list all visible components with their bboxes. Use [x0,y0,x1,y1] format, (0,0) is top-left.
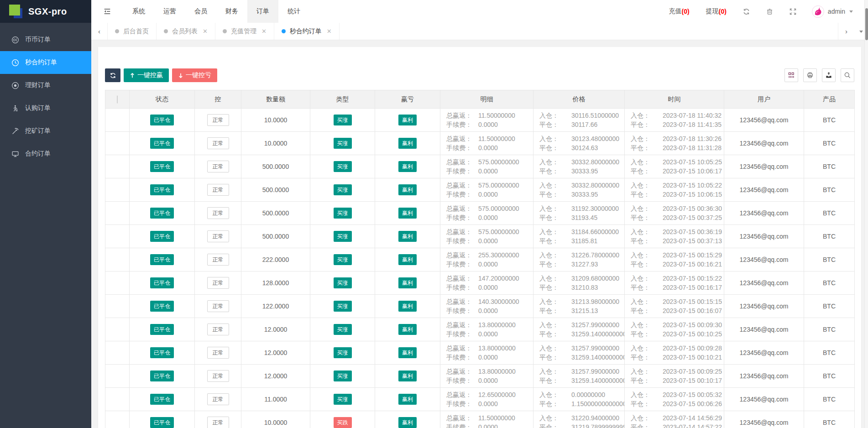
monitor-icon [11,150,19,158]
print-icon [806,72,814,79]
select-all-cell [105,90,130,109]
type-badge: 买涨 [334,394,352,405]
tabs-next-button[interactable]: › [838,23,854,40]
row-select-cell [105,411,130,428]
time-cell: 入仓：2023-07-15 10:05:22 平仓：2023-07-15 10:… [625,178,724,202]
filter-columns-button[interactable] [784,68,798,82]
nav-item-member[interactable]: 会员 [185,0,216,23]
detail-cell: 总赢返：11.50000000 手续费：0.0000 [440,132,533,155]
avatar [812,5,824,18]
price-cell: 入仓：31213.98000000 平仓：31215.13 [533,295,625,318]
logo-icon [9,5,23,18]
clear-cache-button[interactable] [758,0,781,23]
row-select-cell [105,271,130,295]
price-cell: 入仓：31226.78000000 平仓：31227.93 [533,248,625,271]
collapse-sidebar-button[interactable] [91,0,123,23]
quantity-cell: 500.0000 [241,155,310,178]
tab-close-icon[interactable]: ✕ [261,28,267,35]
username: admin [828,8,845,15]
collapse-sidebar-icon [103,7,111,16]
sidebar-item-second-contract-orders[interactable]: 秒合约订单 [0,51,91,74]
product-cell: BTC [804,411,855,428]
export-button[interactable] [822,68,836,82]
quantity-cell: 128.0000 [241,271,310,295]
nav-item-system[interactable]: 系统 [123,0,154,23]
table-row: 已平仓 正常 10.0000 买涨 赢利 总赢返：11.50000000 手续费… [105,109,855,132]
tab-close-icon[interactable]: ✕ [203,28,208,35]
force-win-all-button[interactable]: 一键控赢 [124,68,169,82]
user-cell: 123456@qq.com [724,341,804,365]
price-cell: 入仓：30332.80000000 平仓：30333.95 [533,155,625,178]
columns-icon [788,72,795,79]
search-button[interactable] [841,68,854,82]
tab-dashboard[interactable]: 后台首页 [108,23,157,40]
control-badge: 正常 [207,230,229,242]
control-badge: 正常 [207,184,229,196]
table-row: 已平仓 正常 500.0000 买涨 赢利 总赢返：575.00000000 手… [105,202,855,225]
price-cell: 入仓：30116.51000000 平仓：30117.66 [533,109,625,132]
detail-cell: 总赢返：13.80000000 手续费：0.0000 [440,341,533,365]
sidebar-item-subscribe-orders[interactable]: 认购订单 [0,97,91,120]
sidebar-item-contract-orders[interactable]: 合约订单 [0,142,91,165]
reload-table-button[interactable] [105,68,120,82]
sidebar-item-coin-orders[interactable]: 币币订单 [0,28,91,51]
force-lose-all-button[interactable]: 一键控亏 [172,68,217,82]
refresh-button[interactable] [735,0,758,23]
row-select-cell [105,225,130,248]
column-header: 类型 [310,90,375,109]
select-all-checkbox[interactable] [117,95,118,104]
person-icon [11,104,19,112]
sidebar-item-mining-orders[interactable]: 挖矿订单 [0,120,91,142]
recharge-link[interactable]: 充值(0) [661,0,698,23]
type-badge: 买涨 [334,161,352,172]
tab-dot-icon [223,29,227,33]
user-cell: 123456@qq.com [724,295,804,318]
detail-cell: 总赢返：12.65000000 手续费：0.0000 [440,388,533,411]
row-select-cell [105,132,130,155]
sidebar-item-label: 秒合约订单 [25,58,57,67]
user-cell: 123456@qq.com [724,271,804,295]
print-button[interactable] [803,68,817,82]
nav-item-operate[interactable]: 运营 [154,0,185,23]
table-row: 已平仓 正常 222.0000 买涨 赢利 总赢返：255.30000000 手… [105,248,855,271]
scrollbar-thumb[interactable] [865,8,868,40]
tab-dot-icon [282,29,286,33]
quantity-cell: 11.0000 [241,388,310,411]
quantity-cell: 222.0000 [241,248,310,271]
chevron-down-icon [849,10,853,13]
tab-recharge-manage[interactable]: 充值管理 ✕ [215,23,274,40]
table-row: 已平仓 正常 128.0000 买涨 赢利 总赢返：147.20000000 手… [105,271,855,295]
nav-item-order[interactable]: 订单 [247,0,278,23]
winloss-badge: 赢利 [398,115,417,125]
status-badge: 已平仓 [150,301,174,312]
type-badge: 买涨 [334,324,352,335]
row-select-cell [105,318,130,341]
nav-item-finance[interactable]: 财务 [216,0,247,23]
control-badge: 正常 [207,137,229,149]
tab-member-list[interactable]: 会员列表 ✕ [157,23,215,40]
type-badge: 买涨 [334,138,352,149]
type-badge: 买涨 [334,208,352,219]
user-cell: 123456@qq.com [724,365,804,388]
trash-icon [766,8,774,16]
product-cell: BTC [804,109,855,132]
fullscreen-button[interactable] [781,0,805,23]
time-cell: 入仓：2023-07-15 10:05:25 平仓：2023-07-15 10:… [625,155,724,178]
user-menu[interactable]: admin [805,0,858,23]
tabs-prev-button[interactable]: ‹ [91,23,108,40]
quantity-cell: 10.0000 [241,109,310,132]
sidebar-item-label: 合约订单 [25,150,51,158]
type-badge: 买涨 [334,231,352,242]
control-badge: 正常 [207,207,229,219]
detail-cell: 总赢返：575.00000000 手续费：0.0000 [440,178,533,202]
tab-second-contract-orders[interactable]: 秒合约订单 ✕ [274,23,340,40]
product-cell: BTC [804,341,855,365]
sidebar-item-wealth-orders[interactable]: 理财订单 [0,74,91,97]
refresh-icon [110,72,116,79]
row-select-cell [105,178,130,202]
nav-item-stat[interactable]: 统计 [278,0,309,23]
tab-close-icon[interactable]: ✕ [327,28,332,35]
table-row: 已平仓 正常 12.0000 买涨 赢利 总赢返：13.80000000 手续费… [105,318,855,341]
status-badge: 已平仓 [150,417,174,428]
withdraw-link[interactable]: 提现(0) [698,0,735,23]
